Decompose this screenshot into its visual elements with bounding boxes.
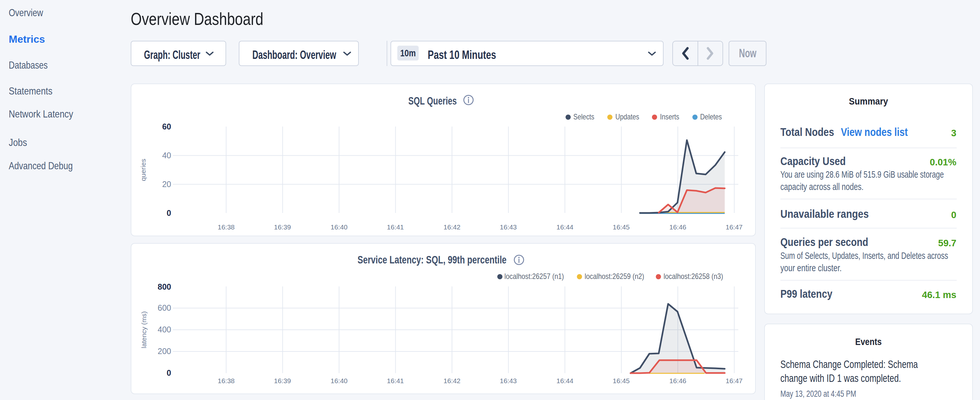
svg-text:16:46: 16:46: [670, 377, 687, 384]
svg-text:16:42: 16:42: [444, 377, 461, 384]
svg-text:16:44: 16:44: [557, 377, 574, 384]
svg-text:800: 800: [158, 282, 171, 291]
svg-text:0: 0: [167, 209, 171, 217]
svg-text:16:41: 16:41: [387, 223, 404, 231]
svg-text:16:38: 16:38: [218, 377, 235, 384]
svg-text:16:44: 16:44: [557, 223, 574, 231]
svg-text:16:41: 16:41: [387, 377, 404, 384]
svg-text:20: 20: [162, 180, 171, 189]
svg-text:16:39: 16:39: [274, 377, 291, 384]
svg-text:16:46: 16:46: [670, 223, 687, 231]
svg-text:0: 0: [167, 368, 171, 377]
svg-text:600: 600: [158, 303, 171, 312]
svg-text:16:47: 16:47: [726, 377, 743, 384]
svg-text:60: 60: [162, 122, 171, 131]
svg-text:16:42: 16:42: [444, 223, 461, 231]
svg-text:16:40: 16:40: [331, 377, 348, 384]
svg-text:16:38: 16:38: [218, 223, 235, 231]
svg-text:16:40: 16:40: [331, 223, 348, 231]
svg-text:16:43: 16:43: [500, 223, 517, 231]
svg-text:16:45: 16:45: [613, 223, 630, 231]
svg-text:latency (ms): latency (ms): [140, 311, 148, 348]
svg-text:queries: queries: [140, 159, 147, 181]
svg-text:16:39: 16:39: [274, 223, 291, 231]
svg-text:400: 400: [158, 325, 171, 334]
svg-text:16:45: 16:45: [613, 377, 630, 384]
svg-text:200: 200: [158, 347, 171, 356]
svg-text:16:43: 16:43: [500, 377, 517, 384]
svg-text:16:47: 16:47: [726, 223, 743, 231]
svg-text:40: 40: [162, 151, 171, 160]
